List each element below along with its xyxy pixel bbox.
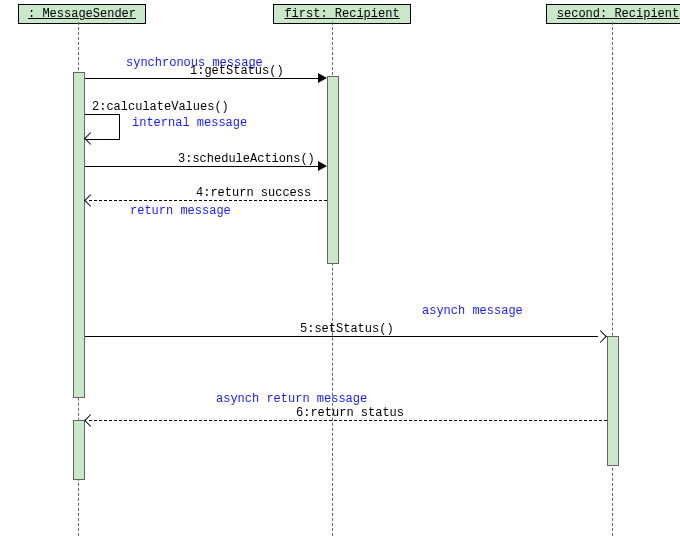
message-1-line xyxy=(85,78,318,79)
activation-sender-1 xyxy=(73,72,85,398)
participant-label: first: Recipient xyxy=(284,7,399,21)
message-3-label: 3:scheduleActions() xyxy=(178,152,315,166)
annotation-async: asynch message xyxy=(422,304,523,318)
participant-sender: : MessageSender xyxy=(18,4,146,24)
activation-sender-2 xyxy=(73,420,85,480)
message-5-label: 5:setStatus() xyxy=(300,322,394,336)
message-5-arrow xyxy=(594,330,607,343)
message-4-line xyxy=(89,200,327,201)
sequence-diagram: : MessageSender first: Recipient second:… xyxy=(0,0,680,536)
message-4-arrow xyxy=(84,194,97,207)
participant-first: first: Recipient xyxy=(273,4,411,24)
participant-label: : MessageSender xyxy=(28,7,136,21)
message-1-arrow xyxy=(318,73,327,83)
message-1-label: 1:getStatus() xyxy=(190,64,284,78)
activation-second xyxy=(607,336,619,466)
message-4-label: 4:return success xyxy=(196,186,311,200)
message-3-arrow xyxy=(318,161,327,171)
participant-label: second: Recipient xyxy=(557,7,679,21)
message-6-label: 6:return status xyxy=(296,406,404,420)
participant-second: second: Recipient xyxy=(546,4,680,24)
message-6-arrow xyxy=(84,414,97,427)
annotation-return: return message xyxy=(130,204,231,218)
annotation-internal: internal message xyxy=(132,116,247,130)
message-2-label: 2:calculateValues() xyxy=(92,100,229,114)
message-3-line xyxy=(85,166,318,167)
message-5-line xyxy=(85,336,598,337)
annotation-async-return: asynch return message xyxy=(216,392,367,406)
message-6-line xyxy=(89,420,607,421)
activation-first xyxy=(327,76,339,264)
